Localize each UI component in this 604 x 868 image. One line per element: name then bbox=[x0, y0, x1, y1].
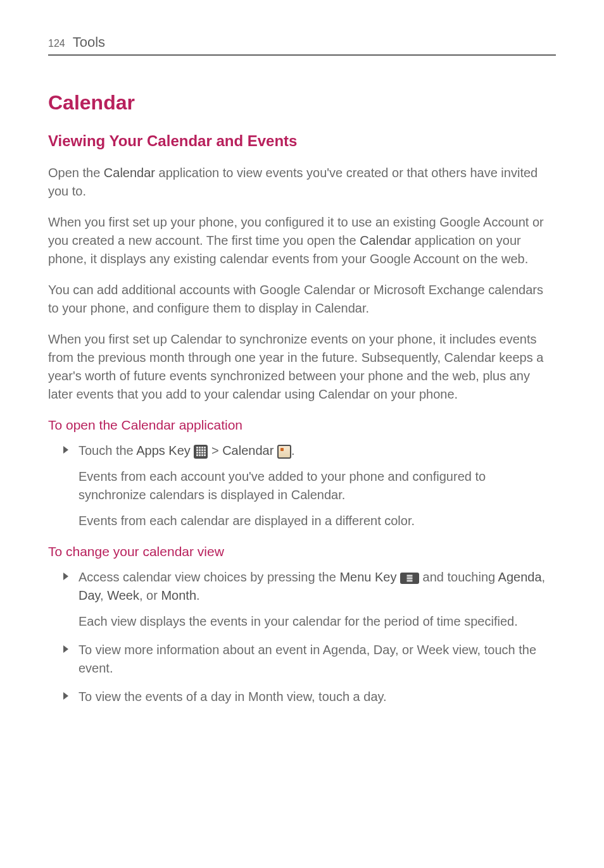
text: . bbox=[291, 443, 295, 457]
text: Touch the bbox=[79, 443, 136, 457]
bold-apps-key: Apps Key bbox=[136, 443, 194, 457]
sub-paragraph: Events from each account you've added to… bbox=[79, 468, 556, 504]
paragraph-sync: When you first set up Calendar to synchr… bbox=[48, 330, 556, 404]
page-header: 124 Tools bbox=[48, 34, 556, 51]
paragraph-open: Open the Calendar application to view ev… bbox=[48, 164, 556, 201]
heading-change-view: To change your calendar view bbox=[48, 544, 556, 559]
text: Open the bbox=[48, 166, 104, 180]
text: , bbox=[542, 570, 546, 584]
bold-calendar: Calendar bbox=[104, 166, 155, 180]
bold-week: Week bbox=[107, 588, 139, 602]
heading-calendar: Calendar bbox=[48, 91, 556, 115]
bold-calendar: Calendar bbox=[222, 443, 277, 457]
bold-month: Month bbox=[161, 588, 196, 602]
list-item: To view the events of a day in Month vie… bbox=[79, 688, 556, 706]
bold-menu-key: Menu Key bbox=[339, 570, 400, 584]
text: > bbox=[208, 443, 222, 457]
heading-open-app: To open the Calendar application bbox=[48, 418, 556, 433]
bold-agenda: Agenda bbox=[498, 570, 542, 584]
list-item: Touch the Apps Key > Calendar . Events f… bbox=[79, 442, 556, 530]
text: , or bbox=[139, 588, 161, 602]
list-item: To view more information about an event … bbox=[79, 641, 556, 678]
sub-paragraph: Each view displays the events in your ca… bbox=[79, 612, 556, 631]
bullet-list: Touch the Apps Key > Calendar . Events f… bbox=[48, 442, 556, 530]
list-item: Access calendar view choices by pressing… bbox=[79, 568, 556, 631]
calendar-icon bbox=[277, 445, 291, 459]
document-page: 124 Tools Calendar Viewing Your Calendar… bbox=[0, 0, 604, 754]
bold-calendar: Calendar bbox=[360, 233, 411, 247]
section-title: Tools bbox=[73, 34, 105, 51]
text: , bbox=[100, 588, 107, 602]
paragraph-accounts: You can add additional accounts with Goo… bbox=[48, 281, 556, 318]
apps-key-icon bbox=[194, 445, 208, 459]
header-divider bbox=[48, 54, 556, 56]
text: Access calendar view choices by pressing… bbox=[79, 570, 339, 584]
text: and touching bbox=[419, 570, 498, 584]
paragraph-setup: When you first set up your phone, you co… bbox=[48, 213, 556, 268]
menu-key-icon bbox=[400, 573, 419, 584]
page-number: 124 bbox=[48, 38, 65, 49]
heading-viewing: Viewing Your Calendar and Events bbox=[48, 132, 556, 150]
bullet-list: Access calendar view choices by pressing… bbox=[48, 568, 556, 706]
sub-paragraph: Events from each calendar are displayed … bbox=[79, 512, 556, 530]
text: . bbox=[196, 588, 200, 602]
bold-day: Day bbox=[79, 588, 100, 602]
